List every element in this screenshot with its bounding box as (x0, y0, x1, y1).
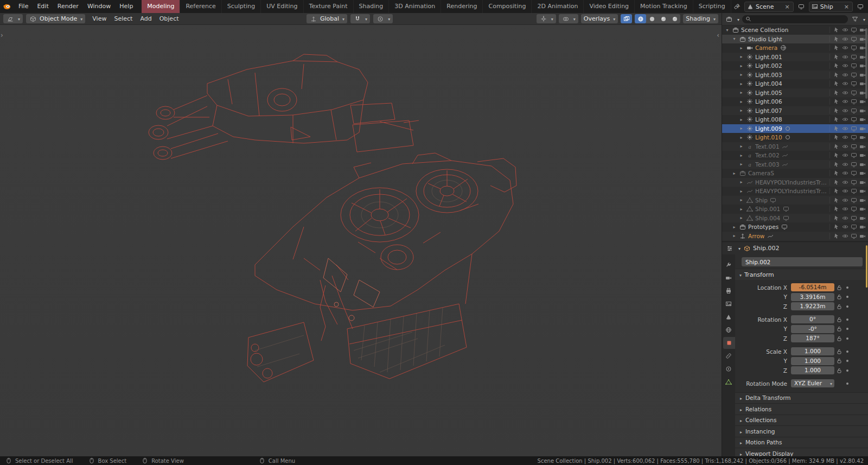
hide-toggle-icon[interactable] (841, 116, 848, 123)
transform-value-field[interactable]: -0° (791, 325, 834, 333)
outliner-row[interactable]: ▸Arrow (722, 232, 868, 241)
viewport-disable-toggle-icon[interactable] (850, 44, 857, 51)
animate-dot[interactable] (844, 337, 851, 340)
viewport-disable-toggle-icon[interactable] (850, 197, 857, 203)
selectable-toggle-icon[interactable] (833, 179, 840, 186)
expander-icon[interactable]: ▸ (739, 207, 744, 212)
properties-tab-output[interactable] (722, 285, 735, 297)
outliner-row[interactable]: ▸Camera (722, 43, 868, 53)
hide-toggle-icon[interactable] (841, 72, 848, 78)
hide-toggle-icon[interactable] (841, 179, 848, 186)
properties-tab-world[interactable] (722, 324, 735, 336)
expander-icon[interactable]: ▸ (739, 180, 744, 184)
xray-toggle[interactable] (621, 14, 632, 23)
selectable-toggle-icon[interactable] (833, 107, 840, 114)
viewport-disable-toggle-icon[interactable] (850, 27, 857, 33)
properties-tab-constraint[interactable] (722, 350, 735, 362)
properties-tab-viewlayer[interactable] (722, 298, 735, 310)
hide-toggle-icon[interactable] (841, 233, 848, 239)
expander-icon[interactable]: ▸ (732, 225, 737, 230)
hide-toggle-icon[interactable] (841, 170, 848, 176)
properties-tab-scene[interactable] (722, 311, 735, 323)
menu-render[interactable]: Render (53, 0, 83, 13)
viewlayer-unlink-icon[interactable] (843, 3, 850, 10)
outliner-row[interactable]: ▸Light.002 (722, 61, 868, 71)
outliner-row[interactable]: ▸Light.010 (722, 133, 868, 142)
orientation-select[interactable]: Global (307, 14, 347, 23)
selectable-toggle-icon[interactable] (833, 62, 840, 69)
hide-toggle-icon[interactable] (841, 44, 848, 51)
lock-icon[interactable] (834, 348, 844, 355)
tab-reference[interactable]: Reference (180, 0, 221, 13)
outliner-row[interactable]: ▸HEAVYPOLYIndustriesTra... (722, 187, 868, 196)
animate-dot[interactable] (844, 370, 851, 372)
hide-toggle-icon[interactable] (841, 80, 848, 87)
hide-toggle-icon[interactable] (841, 36, 848, 42)
shading-solid-button[interactable] (646, 14, 658, 23)
properties-tab-physics[interactable] (722, 363, 735, 375)
viewport-disable-toggle-icon[interactable] (850, 161, 857, 168)
viewport-disable-toggle-icon[interactable] (850, 179, 857, 186)
tab-uv-editing[interactable]: UV Editing (261, 0, 303, 13)
selectable-toggle-icon[interactable] (833, 170, 840, 176)
viewport-disable-toggle-icon[interactable] (850, 36, 857, 42)
lock-icon[interactable] (834, 284, 844, 291)
expander-icon[interactable]: ▸ (739, 72, 744, 77)
selectable-toggle-icon[interactable] (833, 161, 840, 168)
outliner-row[interactable]: ▸Ship.001 (722, 205, 868, 214)
tab-3d-animation[interactable]: 3D Animation (389, 0, 441, 13)
outliner-row[interactable]: ▸Light.004 (722, 79, 868, 88)
expander-icon[interactable]: ▸ (739, 126, 744, 131)
viewport-disable-toggle-icon[interactable] (850, 134, 857, 141)
lock-icon[interactable] (834, 326, 844, 332)
mode-select[interactable]: Object Mode (26, 14, 85, 23)
outliner-row[interactable]: ▸aText.001 (722, 142, 868, 151)
outliner-row[interactable]: ▾Scene Collection (722, 26, 868, 35)
viewport-3d[interactable]: › ‹ (0, 25, 722, 456)
render-disable-toggle-icon[interactable] (859, 233, 866, 239)
rotation-mode-select[interactable]: XYZ Euler (791, 379, 834, 387)
transform-panel-header[interactable]: Transform (735, 269, 868, 280)
sidebar-expand-icon[interactable]: ‹ (717, 31, 719, 39)
shading-select[interactable]: Shading (683, 14, 718, 23)
outliner-search-input[interactable] (754, 16, 845, 23)
lock-icon[interactable] (834, 367, 844, 374)
lock-icon[interactable] (834, 358, 844, 364)
hide-toggle-icon[interactable] (841, 152, 848, 158)
toolbar-expand-icon[interactable]: › (1, 31, 3, 39)
new-scene-icon[interactable] (797, 2, 806, 11)
hide-toggle-icon[interactable] (841, 134, 848, 141)
menu-window[interactable]: Window (83, 0, 115, 13)
outliner-row[interactable]: ▸Light.007 (722, 106, 868, 116)
selectable-toggle-icon[interactable] (833, 197, 840, 203)
tab-texture-paint[interactable]: Texture Paint (304, 0, 354, 13)
selectable-toggle-icon[interactable] (833, 98, 840, 105)
expander-icon[interactable]: ▸ (739, 46, 744, 50)
tab-scripting[interactable]: Scripting (693, 0, 731, 13)
transform-value-field[interactable]: 1.000 (791, 347, 834, 355)
link-icon[interactable] (732, 2, 741, 11)
lock-icon[interactable] (834, 316, 844, 323)
render-disable-toggle-icon[interactable] (859, 152, 866, 158)
selectable-toggle-icon[interactable] (833, 206, 840, 212)
transform-value-field[interactable]: 1.000 (791, 366, 834, 374)
selectable-toggle-icon[interactable] (833, 72, 840, 78)
selectable-toggle-icon[interactable] (833, 188, 840, 194)
viewport-disable-toggle-icon[interactable] (850, 90, 857, 96)
hide-toggle-icon[interactable] (841, 224, 848, 230)
render-disable-toggle-icon[interactable] (859, 125, 866, 132)
viewport-disable-toggle-icon[interactable] (850, 188, 857, 194)
outliner-row[interactable]: ▸CameraS (722, 169, 868, 178)
shading-material-button[interactable] (658, 14, 669, 23)
hide-toggle-icon[interactable] (841, 54, 848, 60)
lock-icon[interactable] (834, 335, 844, 342)
hide-toggle-icon[interactable] (841, 143, 848, 150)
hide-toggle-icon[interactable] (841, 107, 848, 114)
expander-icon[interactable]: ▸ (732, 233, 737, 238)
chevron-down-icon[interactable] (737, 245, 741, 252)
selectable-toggle-icon[interactable] (833, 125, 840, 132)
outliner-row[interactable]: ▸Ship (722, 196, 868, 205)
viewport-disable-toggle-icon[interactable] (850, 215, 857, 221)
overlays-toggle[interactable] (559, 14, 578, 23)
viewport-menu-add[interactable]: Add (136, 15, 155, 22)
